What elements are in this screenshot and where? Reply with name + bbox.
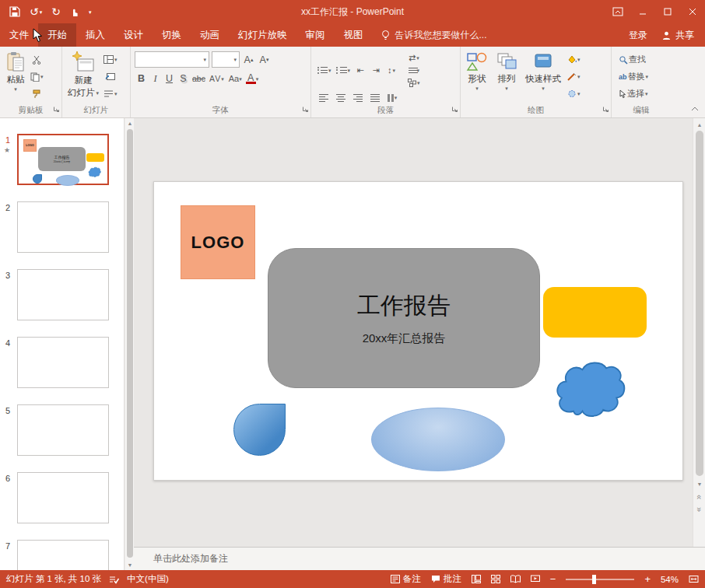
copy-button[interactable]: ▾ bbox=[29, 69, 45, 84]
undo-button[interactable]: ↺▾ bbox=[30, 6, 42, 17]
tab-review[interactable]: 审阅 bbox=[296, 23, 335, 47]
grow-font-button[interactable]: A▴ bbox=[242, 52, 255, 68]
text-shadow-button[interactable]: S bbox=[177, 71, 190, 86]
title-shape[interactable]: 工作报告 20xx年汇总报告 bbox=[268, 248, 540, 388]
ribbon-display-options-button[interactable] bbox=[605, 0, 630, 23]
character-spacing-button[interactable]: AV▾ bbox=[208, 71, 226, 86]
shrink-font-button[interactable]: A▾ bbox=[258, 52, 271, 68]
notes-pane[interactable]: 单击此处添加备注 bbox=[134, 547, 705, 570]
slide-thumbnail-2[interactable]: 2 bbox=[0, 201, 125, 256]
slide-thumbnail-3[interactable]: 3 bbox=[0, 269, 125, 324]
line-spacing-button[interactable]: ↕▾ bbox=[384, 63, 398, 78]
tab-insert[interactable]: 插入 bbox=[76, 23, 114, 47]
tab-animations[interactable]: 动画 bbox=[191, 23, 229, 47]
zoom-out-button[interactable]: − bbox=[550, 573, 556, 585]
arrange-button[interactable]: 排列 ▾ bbox=[493, 49, 521, 92]
previous-slide-button[interactable]: « bbox=[693, 491, 705, 502]
scroll-down-arrow[interactable]: ▼ bbox=[693, 478, 705, 489]
select-button[interactable]: 选择 ▾ bbox=[617, 86, 668, 101]
touch-mode-button[interactable] bbox=[70, 7, 79, 17]
slide-canvas[interactable]: LOGO 工作报告 20xx年汇总报告 bbox=[153, 181, 683, 481]
text-direction-button[interactable]: ⇄▾ bbox=[406, 52, 422, 63]
slide-thumbnail-4[interactable]: 4 bbox=[0, 337, 125, 391]
quick-styles-button[interactable]: 快速样式 ▾ bbox=[522, 49, 564, 92]
shape-fill-button[interactable]: ▾ bbox=[566, 52, 582, 67]
thumbnail-preview[interactable] bbox=[17, 337, 109, 388]
tab-design[interactable]: 设计 bbox=[114, 23, 153, 47]
italic-button[interactable]: I bbox=[149, 71, 162, 86]
slide-counter[interactable]: 幻灯片 第 1 张, 共 10 张 bbox=[6, 573, 101, 585]
format-painter-button[interactable] bbox=[29, 86, 45, 101]
redo-button[interactable]: ↻ bbox=[51, 6, 61, 17]
shape-outline-button[interactable]: ▾ bbox=[566, 69, 582, 84]
zoom-level[interactable]: 54% bbox=[661, 575, 679, 584]
slide-thumbnail-6[interactable]: 6 bbox=[0, 472, 125, 527]
slideshow-view-button[interactable] bbox=[531, 575, 540, 583]
find-button[interactable]: 查找 bbox=[617, 52, 668, 67]
paste-button[interactable]: 粘贴 ▾ bbox=[2, 49, 29, 93]
columns-button[interactable]: ▾ bbox=[385, 90, 399, 105]
slide-editing-area[interactable]: LOGO 工作报告 20xx年汇总报告 bbox=[134, 118, 693, 547]
zoom-slider[interactable] bbox=[566, 579, 634, 580]
justify-button[interactable] bbox=[368, 90, 382, 105]
thumbnail-preview[interactable]: LOGO 工作报告 20xx年汇总报告 bbox=[17, 134, 109, 185]
zoom-in-button[interactable]: + bbox=[644, 573, 651, 585]
maximize-button[interactable] bbox=[655, 0, 680, 23]
reading-view-button[interactable] bbox=[510, 575, 521, 583]
comments-toggle-button[interactable]: 批注 bbox=[431, 573, 461, 585]
vertical-scrollbar[interactable]: ▲ ▼ « » bbox=[693, 118, 705, 547]
thumbnail-preview[interactable] bbox=[17, 201, 109, 253]
thumbnail-preview[interactable] bbox=[17, 540, 109, 570]
thumbnail-preview[interactable] bbox=[17, 472, 109, 523]
thumbnail-preview[interactable] bbox=[17, 269, 109, 320]
customize-qat-button[interactable]: ▾ bbox=[88, 9, 92, 15]
tab-home[interactable]: 开始 bbox=[38, 23, 76, 47]
close-button[interactable] bbox=[680, 0, 705, 23]
next-slide-button[interactable]: » bbox=[693, 503, 705, 515]
slide-thumbnail-5[interactable]: 5 bbox=[0, 404, 125, 459]
scroll-up-arrow[interactable]: ▲ bbox=[693, 119, 705, 130]
section-button[interactable]: ▾ bbox=[102, 86, 119, 101]
align-center-button[interactable] bbox=[334, 90, 348, 105]
tab-view[interactable]: 视图 bbox=[335, 23, 373, 47]
cut-button[interactable] bbox=[29, 52, 45, 67]
save-button[interactable] bbox=[9, 6, 20, 17]
bullets-button[interactable]: ▾ bbox=[315, 63, 333, 78]
shapes-button[interactable]: 形状 ▾ bbox=[463, 49, 491, 92]
gold-rounded-rectangle-shape[interactable] bbox=[543, 287, 647, 338]
replace-button[interactable]: ab 替换 ▾ bbox=[617, 69, 668, 84]
zoom-slider-thumb[interactable] bbox=[592, 575, 596, 584]
underline-button[interactable]: U bbox=[163, 71, 176, 86]
slide-thumbnail-1[interactable]: 1 ★ LOGO 工作报告 20xx年汇总报告 bbox=[0, 134, 125, 188]
slide-layout-button[interactable]: ▾ bbox=[102, 52, 119, 67]
ellipse-shape[interactable] bbox=[371, 408, 505, 471]
collapse-ribbon-button[interactable] bbox=[691, 100, 699, 114]
teardrop-shape[interactable] bbox=[233, 404, 286, 456]
slide-sorter-view-button[interactable] bbox=[491, 575, 500, 583]
language-button[interactable]: 中文(中国) bbox=[127, 573, 169, 585]
tab-slideshow[interactable]: 幻灯片放映 bbox=[229, 23, 296, 47]
align-right-button[interactable] bbox=[351, 90, 365, 105]
change-case-button[interactable]: Aa▾ bbox=[227, 71, 244, 86]
increase-indent-button[interactable]: ⇥ bbox=[369, 63, 383, 78]
tell-me-box[interactable]: 告诉我您想要做什么... bbox=[381, 23, 487, 47]
bold-button[interactable]: B bbox=[135, 71, 148, 86]
thumbnail-scrollbar[interactable]: ▲ ▼ bbox=[125, 118, 134, 570]
tab-transitions[interactable]: 切换 bbox=[153, 23, 191, 47]
align-left-button[interactable] bbox=[317, 90, 331, 105]
normal-view-button[interactable] bbox=[472, 575, 481, 583]
fit-to-window-button[interactable] bbox=[689, 575, 699, 583]
minimize-button[interactable] bbox=[630, 0, 655, 23]
font-size-combobox[interactable]: ▾ bbox=[212, 51, 240, 68]
decrease-indent-button[interactable]: ⇤ bbox=[353, 63, 367, 78]
font-name-combobox[interactable]: ▾ bbox=[135, 51, 209, 68]
thumbnail-preview[interactable] bbox=[17, 404, 109, 456]
slide-thumbnail-7[interactable]: 7 bbox=[0, 540, 125, 570]
notes-toggle-button[interactable]: 备注 bbox=[391, 573, 421, 585]
logo-shape[interactable]: LOGO bbox=[181, 205, 255, 279]
new-slide-button[interactable]: 新建 幻灯片▾ bbox=[65, 49, 102, 100]
scrollbar-thumb[interactable] bbox=[127, 129, 133, 558]
numbering-button[interactable]: ▾ bbox=[335, 63, 352, 78]
sign-in-button[interactable]: 登录 bbox=[629, 29, 647, 42]
share-button[interactable]: 共享 bbox=[661, 29, 694, 42]
